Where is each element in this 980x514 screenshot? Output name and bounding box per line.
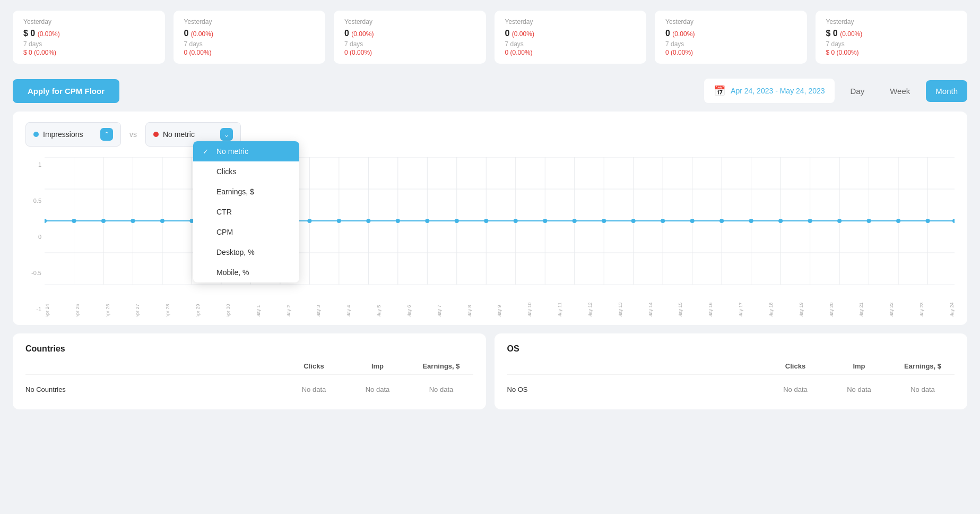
svg-point-45: [307, 219, 311, 223]
x-label-may11: May 11: [557, 288, 562, 316]
x-label-may23: May 23: [919, 288, 924, 316]
metric1-dot: [33, 132, 39, 137]
stat-card-0: Yesterday $ 0 (0.00%) 7 days $ 0 (0.00%): [13, 11, 165, 64]
stat-period-0: 7 days: [23, 40, 154, 48]
svg-point-60: [749, 219, 753, 223]
os-table-row: No OS No data No data No data: [507, 380, 955, 399]
x-label-apr30: Apr 30: [226, 288, 231, 316]
x-label-apr25: Apr 25: [75, 288, 80, 316]
dropdown-item-ctr[interactable]: CTR: [193, 202, 299, 222]
dropdown-item-label-6: Mobile, %: [216, 268, 249, 277]
os-row-imp: No data: [827, 385, 891, 393]
dropdown-item-clicks[interactable]: Clicks: [193, 161, 299, 182]
calendar-icon: 📅: [714, 85, 725, 97]
x-label-apr27: Apr 27: [135, 288, 140, 316]
dropdown-item-mobile[interactable]: Mobile, %: [193, 262, 299, 282]
countries-row-label: No Countries: [25, 385, 282, 393]
stat-card-1: Yesterday 0 (0.00%) 7 days 0 (0.00%): [174, 11, 326, 64]
stat-label-2: Yesterday: [344, 18, 475, 25]
x-label-may5: May 5: [376, 288, 381, 316]
x-label-may9: May 9: [497, 288, 502, 316]
stat-value-2: 0 (0.00%): [344, 29, 475, 38]
x-label-may15: May 15: [678, 288, 683, 316]
dropdown-item-label-4: CPM: [216, 228, 233, 236]
svg-point-59: [719, 219, 724, 223]
dropdown-item-no-metric[interactable]: ✓ No metric: [193, 141, 299, 161]
dropdown-item-desktop[interactable]: Desktop, %: [193, 242, 299, 262]
stat-card-5: Yesterday $ 0 (0.00%) 7 days $ 0 (0.00%): [816, 11, 968, 64]
y-label-4: -0.5: [25, 270, 41, 276]
stat-label-0: Yesterday: [23, 18, 154, 25]
x-label-may21: May 21: [858, 288, 864, 316]
x-label-may3: May 3: [316, 288, 321, 316]
svg-point-47: [366, 219, 370, 223]
os-col-clicks: Clicks: [764, 362, 827, 370]
countries-col-earnings: Earnings, $: [410, 362, 473, 370]
metric2-dot: [153, 132, 159, 137]
dropdown-item-earnings[interactable]: Earnings, $: [193, 182, 299, 202]
x-label-may22: May 22: [889, 288, 894, 316]
x-label-may1: May 1: [256, 288, 261, 316]
x-label-may12: May 12: [587, 288, 593, 316]
svg-point-54: [573, 219, 577, 223]
chart-controls: Impressions ⌃ vs No metric ⌃: [25, 122, 955, 147]
svg-point-61: [778, 219, 783, 223]
stat-period-2: 7 days: [344, 40, 475, 48]
stat-label-3: Yesterday: [505, 18, 636, 25]
svg-point-50: [455, 219, 459, 223]
svg-point-46: [337, 219, 341, 223]
day-period-button[interactable]: Day: [841, 80, 874, 102]
svg-point-37: [72, 219, 76, 223]
countries-row-earnings: No data: [410, 385, 473, 393]
x-label-may17: May 17: [738, 288, 743, 316]
week-period-button[interactable]: Week: [880, 80, 920, 102]
countries-table-header: Clicks Imp Earnings, $: [25, 362, 473, 375]
svg-point-49: [425, 219, 429, 223]
date-range-button[interactable]: 📅 Apr 24, 2023 - May 24, 2023: [704, 79, 834, 103]
svg-point-56: [631, 219, 636, 223]
x-label-may20: May 20: [829, 288, 834, 316]
dropdown-item-label-1: Clicks: [216, 167, 236, 176]
dropdown-item-cpm[interactable]: CPM: [193, 222, 299, 242]
x-label-may6: May 6: [406, 288, 412, 316]
svg-point-36: [45, 219, 47, 223]
svg-point-48: [396, 219, 400, 223]
y-label-5: -1: [25, 306, 41, 312]
svg-point-39: [131, 219, 135, 223]
toolbar-row: Apply for CPM Floor 📅 Apr 24, 2023 - May…: [0, 72, 980, 112]
stat-value-0: $ 0 (0.00%): [23, 29, 154, 38]
countries-col-clicks: Clicks: [282, 362, 346, 370]
stat-period-3: 7 days: [505, 40, 636, 48]
countries-table-row: No Countries No data No data No data: [25, 380, 473, 399]
svg-point-58: [690, 219, 695, 223]
chart-section: Impressions ⌃ vs No metric ⌃ ✓ No metric…: [13, 112, 967, 325]
dropdown-item-label-5: Desktop, %: [216, 248, 255, 256]
stat-period-4: 7 days: [665, 40, 796, 48]
stat-period2-4: 0 (0.00%): [665, 49, 796, 56]
svg-point-51: [484, 219, 488, 223]
month-period-button[interactable]: Month: [926, 80, 967, 102]
os-title: OS: [507, 344, 955, 354]
x-label-may14: May 14: [648, 288, 653, 316]
metric1-dropdown[interactable]: Impressions ⌃: [25, 122, 121, 147]
os-row-earnings: No data: [891, 385, 955, 393]
countries-row-imp: No data: [346, 385, 410, 393]
stat-label-5: Yesterday: [826, 18, 957, 25]
svg-point-57: [661, 219, 665, 223]
cpm-floor-button[interactable]: Apply for CPM Floor: [13, 79, 119, 103]
metric2-dropdown-arrow: ⌃: [220, 128, 233, 141]
x-label-may7: May 7: [437, 288, 442, 316]
dropdown-item-label-2: Earnings, $: [216, 187, 254, 196]
os-table-header: Clicks Imp Earnings, $: [507, 362, 955, 375]
x-label-may2: May 2: [286, 288, 291, 316]
stat-period2-1: 0 (0.00%): [184, 49, 315, 56]
os-col-imp: Imp: [827, 362, 891, 370]
x-label-may10: May 10: [527, 288, 532, 316]
y-label-1: 1: [25, 161, 41, 168]
stat-period2-3: 0 (0.00%): [505, 49, 636, 56]
metric-dropdown-menu: ✓ No metric Clicks Earnings, $ CTR CPM: [193, 141, 299, 282]
dropdown-item-label-3: CTR: [216, 208, 232, 216]
stats-row: Yesterday $ 0 (0.00%) 7 days $ 0 (0.00%)…: [0, 0, 980, 72]
page-wrapper: Yesterday $ 0 (0.00%) 7 days $ 0 (0.00%)…: [0, 0, 980, 514]
svg-point-63: [837, 219, 842, 223]
